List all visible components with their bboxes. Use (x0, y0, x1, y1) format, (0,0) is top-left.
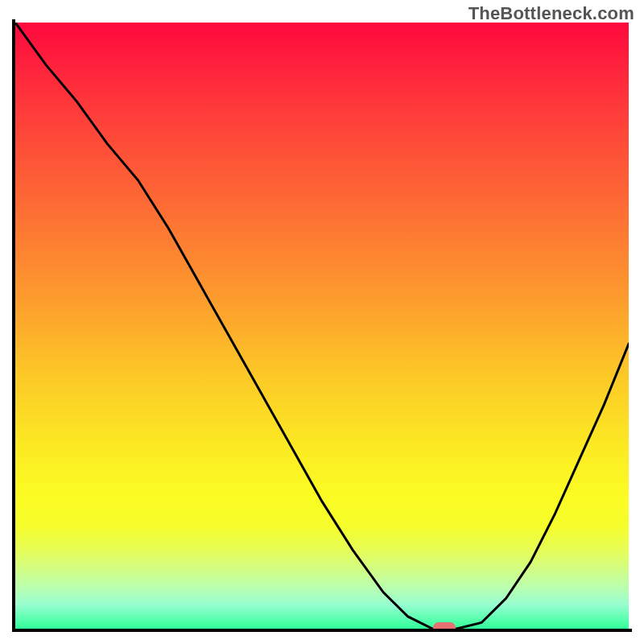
chart-container: TheBottleneck.com (0, 0, 644, 644)
x-axis (12, 629, 632, 632)
plot-area (15, 23, 629, 629)
y-axis (12, 19, 15, 632)
bottleneck-curve (15, 23, 629, 629)
optimal-marker (433, 622, 456, 630)
watermark-text: TheBottleneck.com (469, 3, 634, 24)
curve-layer (15, 23, 629, 629)
